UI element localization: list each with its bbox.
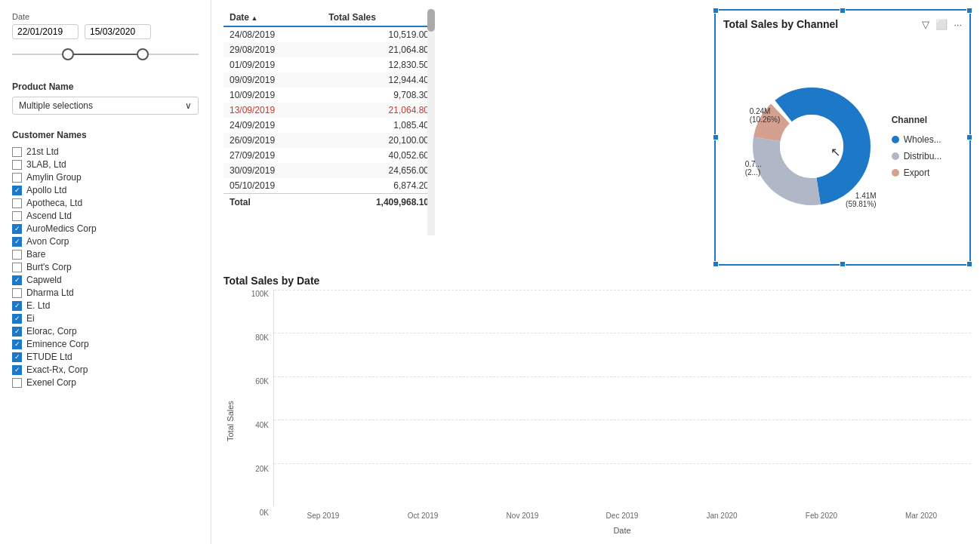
customer-item[interactable]: Bare <box>12 249 199 260</box>
customer-item[interactable]: Amylin Group <box>12 172 199 183</box>
customer-checkbox[interactable] <box>12 173 22 183</box>
table-row[interactable]: 05/10/20196,874.20 <box>223 178 435 194</box>
date-start-input[interactable] <box>12 24 79 39</box>
table-cell-date: 30/09/2019 <box>223 163 322 178</box>
customer-name: E. Ltd <box>26 300 50 311</box>
customer-name: Elorac, Corp <box>26 326 77 337</box>
table-row[interactable]: 27/09/201940,052.60 <box>223 148 435 163</box>
slider-thumb-right[interactable] <box>137 48 149 60</box>
customer-checkbox[interactable] <box>12 186 22 195</box>
customer-checkbox[interactable] <box>12 211 22 221</box>
col-sales-header[interactable]: Total Sales <box>322 9 435 26</box>
customer-name: Amylin Group <box>26 172 82 183</box>
customer-item[interactable]: Exact-Rx, Corp <box>12 364 199 375</box>
date-end-input[interactable] <box>85 24 151 39</box>
customer-item[interactable]: Exenel Corp <box>12 377 199 388</box>
y-axis-title: Total Sales <box>223 290 237 535</box>
customer-checkbox[interactable] <box>12 314 22 324</box>
customer-checkbox[interactable] <box>12 198 22 208</box>
customer-checkbox[interactable] <box>12 301 22 311</box>
y-axis-label: 20K <box>255 465 269 473</box>
table-row[interactable]: 13/09/201921,064.80 <box>223 103 435 118</box>
customer-item[interactable]: Avon Corp <box>12 236 199 247</box>
customer-item[interactable]: Burt's Corp <box>12 262 199 272</box>
customer-checkbox[interactable] <box>12 352 22 362</box>
table-row[interactable]: 01/09/201912,830.50 <box>223 57 435 72</box>
table-row[interactable]: 10/09/20199,708.30 <box>223 88 435 103</box>
customer-checkbox[interactable] <box>12 224 22 234</box>
x-axis-label: Dec 2019 <box>572 512 672 520</box>
donut-title: Total Sales by Channel <box>723 18 838 30</box>
bar-chart-inner: Sep 2019Oct 2019Nov 2019Dec 2019Jan 2020… <box>273 290 971 535</box>
customer-checkbox[interactable] <box>12 365 22 375</box>
x-axis-label: Feb 2020 <box>772 512 871 520</box>
table-row[interactable]: 30/09/201924,656.00 <box>223 163 435 178</box>
col-date-header[interactable]: Date <box>223 9 322 26</box>
table-cell-date: 10/09/2019 <box>223 88 322 103</box>
customer-item[interactable]: Ei <box>12 313 199 324</box>
resize-handle-ml[interactable] <box>713 134 719 140</box>
customer-item[interactable]: Capweld <box>12 275 199 285</box>
customer-checkbox[interactable] <box>12 147 22 157</box>
resize-handle-tr[interactable] <box>966 8 972 14</box>
slider-thumb-left[interactable] <box>62 48 74 60</box>
customer-checkbox[interactable] <box>12 250 22 260</box>
customer-item[interactable]: Eminence Corp <box>12 339 199 349</box>
customer-item[interactable]: 21st Ltd <box>12 146 199 157</box>
resize-handle-tm[interactable] <box>840 8 846 14</box>
legend-dot-export <box>892 169 899 177</box>
customer-item[interactable]: AuroMedics Corp <box>12 223 199 234</box>
table-cell-date: 24/09/2019 <box>223 118 322 133</box>
customer-checkbox[interactable] <box>12 288 22 298</box>
donut-icons: ▽ ⬜ ··· <box>922 19 962 30</box>
resize-handle-tl[interactable] <box>713 8 719 14</box>
table-cell-sales: 6,874.20 <box>322 178 435 194</box>
customer-checkbox[interactable] <box>12 378 22 388</box>
customer-item[interactable]: Dharma Ltd <box>12 287 199 298</box>
table-row[interactable]: 29/08/201921,064.80 <box>223 42 435 57</box>
y-axis-label: 0K <box>260 509 269 517</box>
more-icon[interactable]: ··· <box>954 19 962 30</box>
window-icon[interactable]: ⬜ <box>935 19 948 30</box>
table-scrollbar-thumb[interactable] <box>427 9 435 32</box>
svg-point-3 <box>780 115 843 178</box>
customer-name: Apotheca, Ltd <box>26 198 82 208</box>
table-scrollbar[interactable] <box>427 9 435 235</box>
customer-name: Exact-Rx, Corp <box>26 364 88 375</box>
table-row[interactable]: 24/09/20191,085.40 <box>223 118 435 133</box>
resize-handle-br[interactable] <box>966 261 972 267</box>
y-axis-label: 100K <box>251 290 269 298</box>
customer-name: Burt's Corp <box>26 262 72 272</box>
resize-handle-bm[interactable] <box>840 261 846 267</box>
legend-title: Channel <box>892 115 942 125</box>
customer-item[interactable]: Apollo Ltd <box>12 185 199 195</box>
customer-name: Eminence Corp <box>26 339 89 349</box>
table-row[interactable]: 24/08/201910,519.00 <box>223 26 435 42</box>
customer-checkbox[interactable] <box>12 340 22 349</box>
legend-dot-distrib <box>892 152 899 160</box>
customer-name: Exenel Corp <box>26 377 76 388</box>
data-table: Date Total Sales 24/08/201910,519.0029/0… <box>223 9 435 211</box>
customer-checkbox[interactable] <box>12 237 22 247</box>
donut-chart-area: 0.24M(10.26%) 0.7...(2...) 1.41M(59.81%)… <box>744 78 880 214</box>
customer-item[interactable]: ETUDE Ltd <box>12 352 199 362</box>
customer-checkbox[interactable] <box>12 263 22 272</box>
customer-item[interactable]: Elorac, Corp <box>12 326 199 337</box>
customer-item[interactable]: E. Ltd <box>12 300 199 311</box>
date-slider[interactable] <box>12 42 199 66</box>
y-axis-label: 40K <box>255 421 269 429</box>
customer-checkbox[interactable] <box>12 160 22 170</box>
resize-handle-mr[interactable] <box>966 134 972 140</box>
dropdown-arrow-icon: ∨ <box>185 100 192 111</box>
customer-item[interactable]: Apotheca, Ltd <box>12 198 199 208</box>
resize-handle-bl[interactable] <box>713 261 719 267</box>
customer-item[interactable]: 3LAB, Ltd <box>12 159 199 170</box>
table-row[interactable]: 26/09/201920,100.00 <box>223 133 435 148</box>
bar-area <box>273 290 971 506</box>
customer-item[interactable]: Ascend Ltd <box>12 211 199 221</box>
product-dropdown[interactable]: Multiple selections ∨ <box>12 97 199 115</box>
table-row[interactable]: 09/09/201912,944.40 <box>223 72 435 88</box>
filter-icon[interactable]: ▽ <box>922 19 929 30</box>
customer-checkbox[interactable] <box>12 275 22 285</box>
customer-checkbox[interactable] <box>12 327 22 337</box>
